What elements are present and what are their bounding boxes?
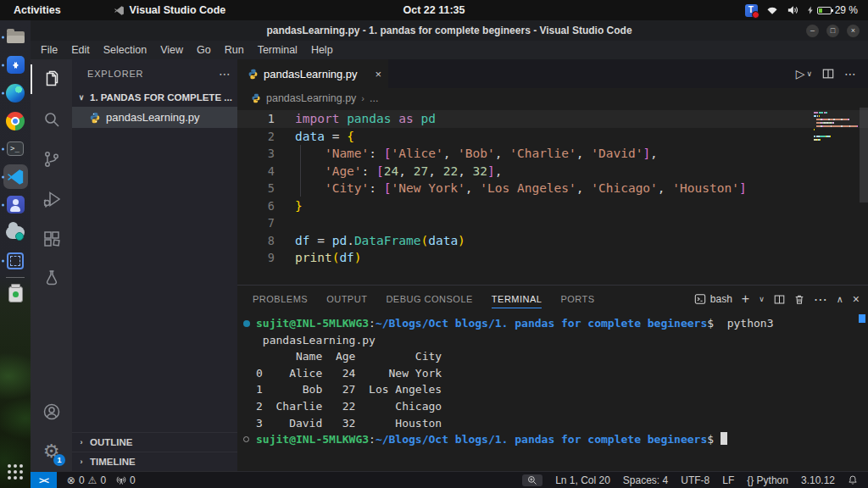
line-number: 2 — [237, 128, 275, 146]
menu-go[interactable]: Go — [190, 44, 218, 56]
ports-status[interactable]: 0 — [116, 474, 136, 486]
code-editor[interactable]: 1import pandas as pd2data = {3 'Name': [… — [237, 108, 868, 285]
terminal-prompt-line: sujit@INL-5MLKWG3:~/Blogs/Oct blogs/1. p… — [256, 431, 868, 448]
indent-guide — [300, 145, 301, 197]
language-mode[interactable]: {} Python — [747, 474, 788, 486]
split-terminal-icon[interactable] — [774, 294, 785, 305]
zoom-in-icon — [527, 475, 537, 485]
command-pending-decoration-icon[interactable] — [243, 436, 249, 442]
indentation-setting[interactable]: Spaces: 4 — [623, 474, 668, 486]
ports-count: 0 — [130, 474, 136, 486]
dock-remote-desktop-icon[interactable] — [0, 219, 31, 247]
menu-terminal[interactable]: Terminal — [251, 44, 304, 56]
new-terminal-icon[interactable]: + — [742, 291, 749, 307]
extensions-icon[interactable] — [31, 219, 72, 258]
code-line-7[interactable]: 7 — [237, 214, 868, 232]
code-line-6[interactable]: 6} — [237, 197, 868, 215]
breadcrumb-separator: › — [361, 93, 364, 103]
clock[interactable]: Oct 22 11:35 — [403, 4, 465, 16]
eol-setting[interactable]: LF — [722, 474, 734, 486]
run-debug-icon[interactable] — [31, 179, 72, 219]
system-tray[interactable]: 29 % — [745, 4, 868, 17]
tab-close-icon[interactable]: × — [375, 68, 381, 80]
breadcrumb[interactable]: pandasLearning.py › ... — [237, 88, 868, 108]
search-icon[interactable] — [31, 99, 72, 139]
python-file-icon — [251, 93, 261, 103]
outline-section[interactable]: › OUTLINE — [72, 432, 237, 452]
menu-view[interactable]: View — [153, 44, 190, 56]
editor-more-actions-icon[interactable]: ⋯ — [844, 67, 856, 80]
kill-terminal-trash-icon[interactable] — [794, 294, 804, 305]
panel-tab-ports[interactable]: PORTS — [560, 286, 594, 313]
problems-status[interactable]: ⊗ 0 ⚠ 0 — [67, 474, 106, 486]
dock-screenshot-tool-icon[interactable] — [0, 247, 31, 274]
encoding-setting[interactable]: UTF-8 — [681, 474, 709, 486]
terminal-output-area[interactable]: sujit@INL-5MLKWG3:~/Blogs/Oct blogs/1. p… — [237, 313, 868, 471]
panel-tab-debug-console[interactable]: DEBUG CONSOLE — [386, 286, 472, 313]
panel-tab-problems[interactable]: PROBLEMS — [253, 286, 308, 313]
minimap[interactable] — [814, 111, 858, 141]
terminal-shell-selector[interactable]: bash — [694, 293, 732, 305]
vscode-window: pandasLearning.py - 1. pandas for comple… — [31, 20, 868, 488]
dock-files-icon[interactable] — [0, 23, 31, 51]
code-line-3[interactable]: 3 'Name': ['Alice', 'Bob', 'Charlie', 'D… — [237, 145, 868, 163]
panel-tab-output[interactable]: OUTPUT — [326, 286, 367, 313]
timeline-section[interactable]: › TIMELINE — [72, 452, 237, 471]
chevron-right-icon: › — [75, 438, 87, 446]
dock-teams-icon[interactable] — [0, 191, 31, 219]
window-title-bar[interactable]: pandasLearning.py - 1. pandas for comple… — [31, 20, 868, 41]
cursor-position[interactable]: Ln 1, Col 20 — [555, 474, 610, 486]
account-icon[interactable] — [31, 391, 72, 431]
code-line-9[interactable]: 9print(df) — [237, 249, 868, 267]
command-success-decoration-icon[interactable] — [243, 320, 250, 327]
menu-file[interactable]: File — [34, 44, 64, 56]
dock-edge-icon[interactable] — [0, 79, 31, 107]
code-line-5[interactable]: 5 'City': ['New York', 'Los Angeles', 'C… — [237, 180, 868, 197]
code-line-1[interactable]: 1import pandas as pd — [237, 110, 868, 128]
maximize-panel-chevron-icon[interactable]: ∧ — [837, 294, 843, 305]
maximize-button[interactable]: □ — [826, 25, 839, 37]
breadcrumb-symbol[interactable]: ... — [370, 92, 378, 104]
explorer-icon[interactable] — [31, 59, 72, 99]
tab-pandaslearning[interactable]: pandasLearning.py × — [237, 59, 388, 88]
zoom-indicator[interactable] — [522, 474, 542, 486]
remote-indicator-button[interactable]: >< — [31, 472, 57, 488]
code-line-2[interactable]: 2data = { — [237, 128, 868, 146]
menu-edit[interactable]: Edit — [64, 44, 97, 56]
menu-help[interactable]: Help — [304, 44, 340, 56]
settings-gear-icon[interactable]: ⚙ 1 — [31, 431, 72, 471]
menu-selection[interactable]: Selection — [97, 44, 153, 56]
run-dropdown-chevron-icon[interactable]: ∨ — [806, 69, 812, 78]
split-editor-icon[interactable] — [822, 68, 834, 80]
dock-terminal-icon[interactable]: >_ — [0, 135, 31, 163]
source-control-icon[interactable] — [31, 139, 72, 179]
code-line-8[interactable]: 8df = pd.DataFrame(data) — [237, 232, 868, 250]
file-item-pandaslearning[interactable]: pandasLearning.py — [72, 107, 237, 128]
explorer-more-actions[interactable]: ⋯ — [219, 67, 231, 80]
menu-run[interactable]: Run — [218, 44, 251, 56]
show-applications-button[interactable] — [8, 464, 23, 480]
notifications-bell-icon[interactable] — [848, 474, 858, 485]
python-interpreter-version[interactable]: 3.10.12 — [801, 474, 835, 486]
errors-icon: ⊗ — [67, 474, 75, 486]
panel-more-actions-icon[interactable]: ⋯ — [814, 291, 827, 308]
close-button[interactable]: × — [847, 25, 860, 37]
folder-section-header[interactable]: ∨ 1. PANDAS FOR COMPLETE ... — [72, 88, 237, 107]
focused-app-indicator[interactable]: Visual Studio Code — [114, 4, 226, 16]
battery-indicator: 29 % — [807, 4, 858, 16]
terminal-dropdown-chevron-icon[interactable]: ∨ — [759, 295, 765, 303]
activities-button[interactable]: Activities — [0, 4, 75, 16]
dock-teamviewer-icon[interactable] — [0, 51, 31, 79]
close-panel-icon[interactable]: × — [853, 292, 860, 306]
teamviewer-tray-icon[interactable] — [745, 4, 758, 17]
testing-icon[interactable] — [31, 258, 72, 298]
editor-scrollbar[interactable] — [860, 108, 868, 202]
panel-tab-terminal[interactable]: TERMINAL — [492, 286, 542, 313]
minimize-button[interactable]: – — [806, 25, 819, 37]
run-python-file-button[interactable]: ▷ ∨ — [796, 67, 812, 80]
dock-chrome-icon[interactable] — [0, 107, 31, 135]
code-line-4[interactable]: 4 'Age': [24, 27, 22, 32], — [237, 163, 868, 180]
dock-vscode-icon[interactable] — [0, 163, 31, 191]
breadcrumb-file[interactable]: pandasLearning.py — [266, 92, 356, 104]
dock-trash-icon[interactable] — [0, 280, 31, 308]
